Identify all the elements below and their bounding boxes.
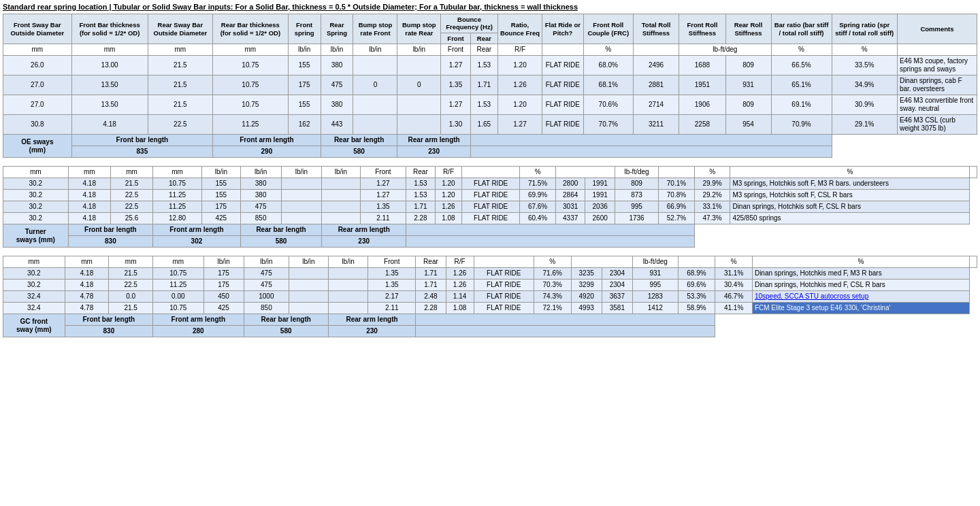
unit-cell-8: Front: [360, 167, 406, 178]
cell-2-7: [397, 95, 441, 115]
rear-arm-length-label: Rear arm length: [322, 224, 406, 236]
cell-2-1: 13.50: [71, 95, 148, 115]
cell-3-6: [281, 213, 322, 224]
unit-cell-3: mm: [153, 256, 204, 268]
cell-1-9: 1.71: [470, 75, 497, 95]
unit-cell-18: [970, 256, 977, 268]
cell-2-6: [353, 95, 397, 115]
cell-3-12: 60.4%: [520, 213, 556, 224]
front-bar-length-label: Front bar length: [65, 314, 152, 326]
cell-1-9: 1.53: [406, 190, 436, 201]
cell-3-3: 11.25: [213, 115, 288, 135]
cell-3-12: 70.7%: [583, 115, 633, 135]
main-table-section3: mmmmmmmmlb/inlb/inlb/inlb/inFrontRearR/F…: [3, 256, 977, 337]
cell-2-3: 0.00: [153, 291, 204, 303]
cell-0-9: 1.53: [406, 178, 436, 190]
unit-pct2: %: [771, 44, 832, 56]
cell-3-18: E46 M3 CSL (curb weight 3075 lb): [897, 115, 977, 135]
col-header-rear: Rear: [470, 33, 497, 44]
cell-0-7: [397, 56, 441, 75]
unit-row-2: mm: [71, 44, 148, 56]
cell-3-5: 850: [244, 303, 289, 314]
cell-3-18: FCM Elite Stage 3 setup E46 330i, 'Chris…: [752, 303, 969, 314]
cell-3-15: 954: [725, 115, 771, 135]
cell-3-1: 4.18: [71, 115, 148, 135]
cell-0-0: 30.2: [3, 268, 65, 280]
cell-0-12: 68.0%: [583, 56, 633, 75]
cell-3-11: FLAT RIDE: [542, 115, 584, 135]
cell-1-15: 995: [632, 280, 678, 291]
cell-3-10: 1.27: [497, 115, 542, 135]
cell-0-2: 21.5: [109, 268, 153, 280]
cell-0-3: 10.75: [153, 268, 204, 280]
front-bar-value: 830: [65, 326, 152, 337]
cell-2-10: 1.20: [497, 95, 542, 115]
cell-1-17: 34.9%: [832, 75, 897, 95]
cell-2-6: [281, 201, 322, 213]
cell-1-3: 11.25: [153, 280, 204, 291]
cell-2-4: 450: [203, 291, 244, 303]
unit-cell-16: %: [715, 256, 753, 268]
cell-0-1: 13.00: [71, 56, 148, 75]
cell-1-2: 21.5: [148, 75, 213, 95]
cell-1-4: 155: [201, 190, 240, 201]
cell-1-17: 29.2%: [694, 190, 730, 201]
cell-3-17: 29.1%: [832, 115, 897, 135]
unit-cell-9: Rear: [416, 256, 446, 268]
cell-0-2: 21.5: [148, 56, 213, 75]
cell-2-11: FLAT RIDE: [462, 201, 520, 213]
cell-0-12: 71.5%: [520, 178, 556, 190]
unit-row-3: mm: [148, 44, 213, 56]
cell-2-0: 27.0: [3, 95, 72, 115]
cell-1-2: 22.5: [110, 190, 152, 201]
cell-3-2: 25.6: [110, 213, 152, 224]
cell-2-5: 380: [321, 95, 353, 115]
unit-cell-0: mm: [3, 167, 69, 178]
cell-1-3: 10.75: [213, 75, 288, 95]
cell-2-10: 1.26: [435, 201, 461, 213]
cell-0-13: 3235: [571, 268, 602, 280]
cell-1-14: 2304: [602, 280, 632, 291]
cell-3-17: 47.3%: [694, 213, 730, 224]
cell-3-16: 52.7%: [659, 213, 695, 224]
unit-cell-15: [659, 167, 695, 178]
cell-0-18: M3 springs, Hotchkis soft F, M3 R bars. …: [730, 178, 970, 190]
cell-3-6: [353, 115, 397, 135]
unit-cell-2: mm: [109, 256, 153, 268]
cell-1-11: FLAT RIDE: [542, 75, 584, 95]
cell-2-1: 4.18: [68, 201, 110, 213]
rear-arm-length-label: Rear arm length: [397, 135, 470, 146]
cell-0-1: 4.18: [68, 178, 110, 190]
cell-3-12: 72.1%: [534, 303, 571, 314]
table-row: 30.24.1825.612.804258502.112.281.08FLAT …: [3, 213, 977, 224]
cell-2-1: 4.78: [65, 291, 109, 303]
front-bar-length-label: Front bar length: [71, 135, 212, 146]
cell-2-6: [289, 291, 329, 303]
unit-cell-6: lb/in: [281, 167, 322, 178]
cell-1-8: 1.35: [441, 75, 471, 95]
col-header-17: Spring ratio (spr stiff / total roll sti…: [832, 14, 897, 44]
front-arm-value: 290: [213, 146, 321, 158]
unit-cell-15: [678, 256, 715, 268]
unit-row-6: lb/in: [321, 44, 353, 56]
cell-1-15: 931: [725, 75, 771, 95]
summary-empty1: [470, 135, 832, 146]
rear-arm-length-label: Rear arm length: [328, 314, 415, 326]
cell-2-3: 10.75: [213, 95, 288, 115]
summary-labels-row: Turner sways (mm)Front bar lengthFront a…: [3, 224, 977, 236]
cell-0-15: 931: [632, 268, 678, 280]
comment-link[interactable]: 10speed, SCCA STU autocross setup: [755, 292, 868, 300]
cell-2-14: 3637: [602, 291, 632, 303]
cell-1-1: 13.50: [71, 75, 148, 95]
rear-bar-length-label: Rear bar length: [321, 135, 397, 146]
cell-2-4: 155: [288, 95, 321, 115]
cell-3-14: 3581: [602, 303, 632, 314]
cell-0-17: 29.9%: [694, 178, 730, 190]
page-title: Standard rear spring location | Tubular …: [3, 3, 977, 11]
unit-pct: %: [583, 44, 633, 56]
unit-cell-3: mm: [153, 167, 202, 178]
col-header-12: Front Roll Couple (FRC): [583, 14, 633, 44]
cell-1-0: 27.0: [3, 75, 72, 95]
cell-0-5: 380: [240, 178, 281, 190]
cell-3-1: 4.18: [68, 213, 110, 224]
